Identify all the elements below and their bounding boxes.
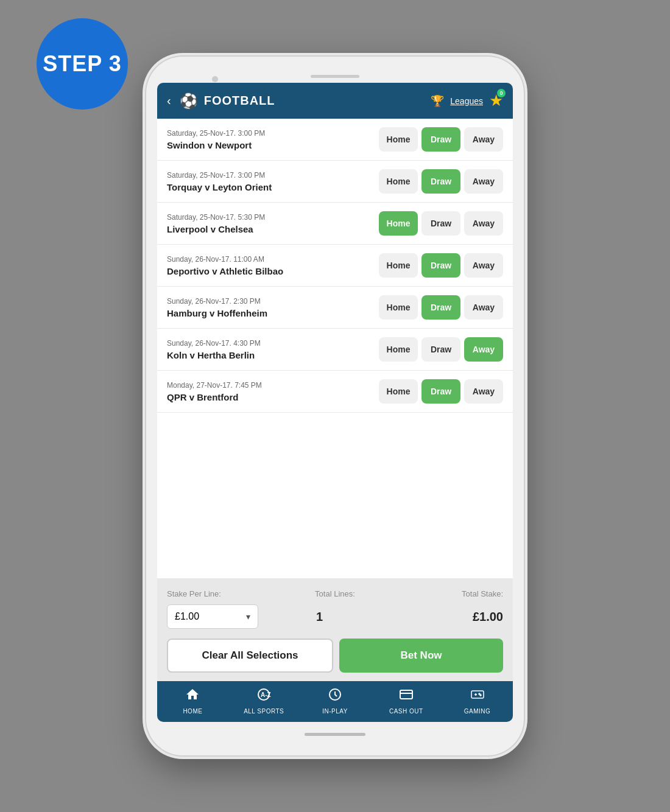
bet-btn-draw[interactable]: Draw [421, 379, 460, 404]
nav-label-cash-out: CASH OUT [389, 708, 423, 715]
bet-btn-away[interactable]: Away [464, 211, 503, 236]
bet-btn-draw[interactable]: Draw [421, 169, 460, 194]
nav-icon-gaming [470, 687, 485, 705]
stake-labels: Stake Per Line: Total Lines: Total Stake… [167, 589, 503, 598]
bet-buttons: HomeDrawAway [379, 127, 503, 152]
match-name: Hamburg v Hoffenheim [167, 308, 373, 318]
step-badge-text: STEP 3 [43, 52, 121, 76]
match-row: Saturday, 25-Nov-17. 3:00 PMTorquay v Le… [157, 161, 513, 203]
nav-item-in-play[interactable]: IN-PLAY [300, 687, 371, 715]
bet-buttons: HomeDrawAway [379, 211, 503, 236]
bottom-nav: HOMEA-ZALL SPORTSIN-PLAYCASH OUTGAMING [157, 681, 513, 722]
star-count: 0 [497, 89, 506, 97]
svg-rect-5 [471, 691, 484, 698]
phone-speaker [311, 75, 359, 78]
total-stake-value: £1.00 [381, 610, 503, 624]
bet-buttons: HomeDrawAway [379, 253, 503, 278]
bet-btn-home[interactable]: Home [379, 127, 418, 152]
total-stake-label: Total Stake: [391, 589, 503, 598]
bet-btn-away[interactable]: Away [464, 127, 503, 152]
bet-btn-home[interactable]: Home [379, 379, 418, 404]
bet-btn-away[interactable]: Away [464, 253, 503, 278]
match-row: Sunday, 26-Nov-17. 4:30 PMKoln v Hertha … [157, 329, 513, 371]
bet-btn-home[interactable]: Home [379, 295, 418, 320]
match-name: Deportivo v Athletic Bilbao [167, 266, 373, 276]
match-name: Torquay v Leyton Orient [167, 182, 373, 192]
bet-buttons: HomeDrawAway [379, 169, 503, 194]
match-row: Saturday, 25-Nov-17. 5:30 PMLiverpool v … [157, 203, 513, 245]
home-indicator [305, 733, 365, 736]
bet-buttons: HomeDrawAway [379, 379, 503, 404]
total-lines-value: 1 [258, 610, 381, 624]
dropdown-arrow-icon: ▾ [246, 612, 250, 621]
nav-label-all-sports: ALL SPORTS [244, 708, 284, 715]
back-button[interactable]: ‹ [167, 94, 171, 108]
page-title: FOOTBALL [204, 94, 425, 108]
football-icon: ⚽ [180, 93, 198, 110]
svg-point-8 [479, 693, 480, 695]
bet-btn-draw[interactable]: Draw [421, 211, 460, 236]
bet-btn-home[interactable]: Home [379, 169, 418, 194]
nav-item-gaming[interactable]: GAMING [442, 687, 513, 715]
bet-btn-draw[interactable]: Draw [421, 295, 460, 320]
svg-point-9 [480, 695, 481, 696]
step-badge: STEP 3 [37, 18, 128, 110]
nav-label-home: HOME [183, 708, 202, 715]
nav-icon-home [185, 687, 200, 705]
nav-icon-all-sports: A-Z [256, 687, 271, 705]
svg-rect-3 [400, 690, 412, 699]
nav-item-cash-out[interactable]: CASH OUT [370, 687, 442, 715]
bet-btn-draw[interactable]: Draw [421, 127, 460, 152]
bet-btn-draw[interactable]: Draw [421, 337, 460, 362]
match-row: Saturday, 25-Nov-17. 3:00 PMSwindon v Ne… [157, 119, 513, 161]
match-name: Liverpool v Chelsea [167, 224, 373, 234]
bet-buttons: HomeDrawAway [379, 295, 503, 320]
action-buttons: Clear All Selections Bet Now [167, 639, 503, 673]
bet-btn-away[interactable]: Away [464, 379, 503, 404]
match-name: QPR v Brentford [167, 392, 373, 402]
phone-screen: ‹ ⚽ FOOTBALL 🏆 Leagues ★ 0 Saturday, 25-… [157, 83, 513, 722]
match-date: Sunday, 26-Nov-17. 4:30 PM [167, 339, 373, 348]
nav-item-all-sports[interactable]: A-ZALL SPORTS [228, 687, 300, 715]
bet-btn-home[interactable]: Home [379, 211, 418, 236]
stake-area: Stake Per Line: Total Lines: Total Stake… [157, 578, 513, 681]
bet-now-button[interactable]: Bet Now [339, 639, 503, 673]
match-name: Swindon v Newport [167, 140, 373, 150]
match-date: Sunday, 26-Nov-17. 11:00 AM [167, 255, 373, 264]
match-row: Monday, 27-Nov-17. 7:45 PMQPR v Brentfor… [157, 371, 513, 413]
match-list: Saturday, 25-Nov-17. 3:00 PMSwindon v Ne… [157, 119, 513, 578]
leagues-link[interactable]: Leagues [450, 96, 483, 106]
bet-btn-home[interactable]: Home [379, 253, 418, 278]
stake-value: £1.00 [175, 611, 199, 622]
match-date: Saturday, 25-Nov-17. 5:30 PM [167, 213, 373, 222]
nav-label-gaming: GAMING [464, 708, 491, 715]
match-date: Sunday, 26-Nov-17. 2:30 PM [167, 297, 373, 306]
nav-label-in-play: IN-PLAY [322, 708, 348, 715]
stake-per-line-label: Stake Per Line: [167, 589, 279, 598]
phone-shell: ‹ ⚽ FOOTBALL 🏆 Leagues ★ 0 Saturday, 25-… [146, 57, 524, 755]
match-row: Sunday, 26-Nov-17. 11:00 AMDeportivo v A… [157, 245, 513, 287]
phone-bottom [157, 722, 513, 744]
stake-dropdown[interactable]: £1.00 ▾ [167, 604, 258, 629]
match-name: Koln v Hertha Berlin [167, 350, 373, 360]
phone-camera [212, 76, 218, 82]
trophy-icon: 🏆 [431, 94, 444, 108]
bet-btn-away[interactable]: Away [464, 169, 503, 194]
favorites-badge[interactable]: ★ 0 [489, 91, 503, 110]
app-header: ‹ ⚽ FOOTBALL 🏆 Leagues ★ 0 [157, 83, 513, 119]
bet-btn-away[interactable]: Away [464, 295, 503, 320]
match-row: Sunday, 26-Nov-17. 2:30 PMHamburg v Hoff… [157, 287, 513, 329]
nav-item-home[interactable]: HOME [157, 687, 228, 715]
match-date: Saturday, 25-Nov-17. 3:00 PM [167, 129, 373, 138]
phone-top [157, 68, 513, 83]
bet-btn-home[interactable]: Home [379, 337, 418, 362]
total-lines-label: Total Lines: [279, 589, 391, 598]
match-date: Monday, 27-Nov-17. 7:45 PM [167, 381, 373, 390]
clear-all-button[interactable]: Clear All Selections [167, 639, 333, 673]
bet-btn-draw[interactable]: Draw [421, 253, 460, 278]
match-date: Saturday, 25-Nov-17. 3:00 PM [167, 171, 373, 180]
stake-values: £1.00 ▾ 1 £1.00 [167, 604, 503, 629]
nav-icon-in-play [328, 687, 342, 705]
bet-btn-away[interactable]: Away [464, 337, 503, 362]
nav-icon-cash-out [399, 687, 414, 705]
